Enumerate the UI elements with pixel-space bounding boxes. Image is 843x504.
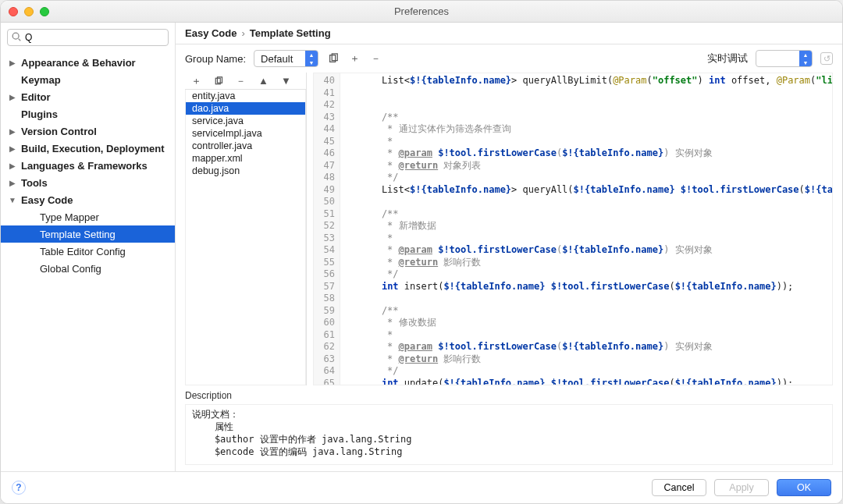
nav-item-appearance-behavior[interactable]: ▶Appearance & Behavior — [1, 54, 175, 71]
nav-item-build-execution-deployment[interactable]: ▶Build, Execution, Deployment — [1, 140, 175, 157]
nav-item-label: Languages & Frameworks — [21, 160, 148, 172]
search-icon — [11, 31, 22, 42]
editor-gutter: 40 41 42 43 44 45 46 47 48 49 50 51 52 5… — [314, 73, 340, 385]
breadcrumb-leaf: Template Setting — [250, 27, 331, 39]
zoom-window-button[interactable] — [40, 7, 49, 16]
editor-code-area[interactable]: List<$!{tableInfo.name}> queryAllByLimit… — [340, 73, 832, 385]
nav-item-table-editor-config[interactable]: Table Editor Config — [1, 243, 175, 260]
template-file-list[interactable]: entity.javadao.javaservice.javaserviceIm… — [185, 90, 306, 385]
nav-item-label: Type Mapper — [40, 211, 99, 223]
nav-item-label: Tools — [21, 177, 48, 189]
chevron-right-icon: ▶ — [7, 59, 18, 67]
nav-item-editor[interactable]: ▶Editor — [1, 88, 175, 105]
svg-line-1 — [19, 39, 21, 41]
file-toolbar: ＋ － ▲ ▼ — [185, 73, 306, 90]
template-file-item[interactable]: debug.json — [186, 165, 305, 177]
group-name-select[interactable]: Default ▲▼ — [254, 50, 318, 67]
add-file-icon[interactable]: ＋ — [190, 73, 203, 90]
nav-item-tools[interactable]: ▶Tools — [1, 174, 175, 191]
nav-item-version-control[interactable]: ▶Version Control — [1, 122, 175, 140]
template-file-pane: ＋ － ▲ ▼ entity.javadao.javaservice.javas… — [185, 73, 307, 385]
nav-item-label: Table Editor Config — [40, 246, 126, 257]
nav-item-label: Easy Code — [21, 194, 73, 206]
remove-file-icon[interactable]: － — [234, 73, 247, 90]
chevron-right-icon: ▶ — [7, 127, 18, 136]
nav-item-keymap[interactable]: Keymap — [1, 71, 175, 88]
nav-item-plugins[interactable]: Plugins — [1, 105, 175, 122]
breadcrumb-sep: › — [241, 27, 244, 39]
search-input[interactable] — [7, 29, 169, 46]
chevron-right-icon: ▶ — [7, 93, 18, 101]
preferences-window: Preferences ▶Appearance & BehaviorKeymap… — [0, 0, 843, 504]
nav-item-label: Template Setting — [40, 229, 116, 240]
live-debug-label: 实时调试 — [707, 51, 748, 66]
template-file-item[interactable]: service.java — [186, 115, 305, 127]
apply-button[interactable]: Apply — [714, 479, 769, 496]
select-stepper[interactable]: ▲▼ — [305, 51, 318, 66]
minimize-window-button[interactable] — [24, 7, 34, 16]
live-debug-value — [756, 51, 799, 66]
group-row: Group Name: Default ▲▼ ＋ － 实时调试 ▲▼ ↺ — [176, 44, 842, 73]
help-button[interactable]: ? — [12, 481, 26, 495]
add-group-icon[interactable]: ＋ — [348, 50, 361, 67]
nav-item-label: Keymap — [21, 74, 61, 86]
nav-item-label: Editor — [21, 91, 51, 103]
window-titlebar: Preferences — [1, 1, 842, 23]
reset-icon[interactable]: ↺ — [820, 52, 833, 65]
preferences-sidebar: ▶Appearance & BehaviorKeymap▶EditorPlugi… — [1, 23, 176, 471]
nav-item-type-mapper[interactable]: Type Mapper — [1, 208, 175, 225]
nav-item-global-config[interactable]: Global Config — [1, 260, 175, 277]
breadcrumb: Easy Code › Template Setting — [176, 23, 842, 44]
breadcrumb-root: Easy Code — [185, 27, 237, 39]
group-name-label: Group Name: — [185, 53, 246, 65]
chevron-right-icon: ▶ — [7, 161, 18, 170]
group-name-value: Default — [254, 51, 305, 66]
nav-item-languages-frameworks[interactable]: ▶Languages & Frameworks — [1, 157, 175, 174]
move-up-icon[interactable]: ▲ — [257, 73, 270, 88]
nav-item-label: Appearance & Behavior — [21, 57, 136, 69]
nav-item-label: Build, Execution, Deployment — [21, 143, 164, 154]
description-label: Description — [176, 385, 842, 403]
close-window-button[interactable] — [9, 7, 18, 16]
nav-item-label: Version Control — [21, 126, 97, 137]
template-file-item[interactable]: mapper.xml — [186, 152, 305, 165]
template-file-item[interactable]: controller.java — [186, 140, 305, 152]
svg-point-0 — [12, 33, 19, 39]
live-debug-select[interactable]: ▲▼ — [756, 50, 813, 67]
window-body: ▶Appearance & BehaviorKeymap▶EditorPlugi… — [1, 23, 842, 471]
window-title: Preferences — [1, 5, 842, 17]
dialog-button-bar: ? Cancel Apply OK — [1, 471, 842, 503]
settings-tree[interactable]: ▶Appearance & BehaviorKeymap▶EditorPlugi… — [1, 52, 175, 471]
code-editor[interactable]: 40 41 42 43 44 45 46 47 48 49 50 51 52 5… — [313, 73, 833, 385]
chevron-down-icon: ▼ — [7, 196, 18, 204]
nav-item-label: Plugins — [21, 108, 58, 120]
template-file-item[interactable]: entity.java — [186, 90, 305, 102]
description-textarea[interactable]: 说明文档： 属性 $author 设置中的作者 java.lang.String… — [185, 404, 833, 465]
cancel-button[interactable]: Cancel — [652, 479, 706, 496]
search-field-wrap — [7, 29, 169, 46]
template-file-item[interactable]: dao.java — [186, 102, 305, 115]
editor-pane: 40 41 42 43 44 45 46 47 48 49 50 51 52 5… — [313, 73, 833, 385]
move-down-icon[interactable]: ▼ — [279, 73, 293, 88]
template-file-item[interactable]: serviceImpl.java — [186, 127, 305, 140]
ok-button[interactable]: OK — [777, 479, 831, 496]
nav-item-template-setting[interactable]: Template Setting — [1, 225, 175, 243]
chevron-right-icon: ▶ — [7, 179, 18, 187]
select-stepper[interactable]: ▲▼ — [799, 51, 812, 66]
copy-group-icon[interactable] — [326, 51, 340, 66]
remove-group-icon[interactable]: － — [369, 50, 382, 67]
chevron-right-icon: ▶ — [7, 144, 18, 153]
nav-item-easy-code[interactable]: ▼Easy Code — [1, 191, 175, 208]
content-pane: Easy Code › Template Setting Group Name:… — [176, 23, 842, 471]
traffic-lights — [9, 7, 49, 16]
nav-item-label: Global Config — [40, 263, 101, 275]
copy-file-icon[interactable] — [212, 75, 225, 87]
